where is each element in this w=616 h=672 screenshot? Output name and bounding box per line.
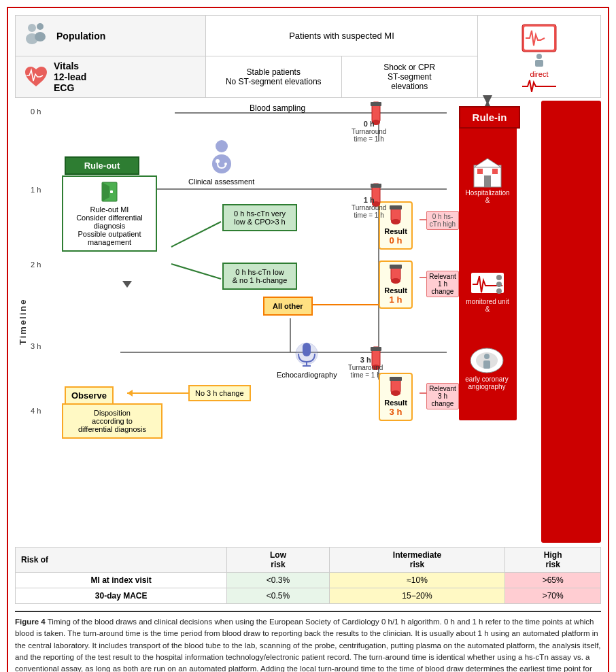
clinical-assessment: Clinical assessment bbox=[188, 138, 254, 186]
stable-patients: Stable patientsNo ST-segment elevations bbox=[206, 56, 342, 97]
heart-ecg-icon bbox=[22, 63, 50, 90]
no-3h-change-box: No 3 h change bbox=[188, 385, 251, 401]
svg-point-70 bbox=[484, 354, 490, 359]
timeline-label: Timeline bbox=[15, 101, 31, 543]
direct-label: direct bbox=[530, 70, 549, 78]
monitored-unit-box: monitored unit& bbox=[460, 271, 515, 313]
svg-rect-63 bbox=[492, 169, 498, 174]
svg-point-3 bbox=[35, 32, 46, 41]
rule-out-condition2: 0 h hs-cTn low& no 1 h-change bbox=[222, 263, 297, 290]
svg-marker-25 bbox=[127, 390, 133, 397]
observe-description: Dispositionaccording todifferential diag… bbox=[62, 403, 162, 439]
result-tube-3h-icon bbox=[388, 377, 403, 397]
svg-point-66 bbox=[496, 282, 502, 287]
door-icon bbox=[100, 181, 119, 203]
mi-int-value: ≈10% bbox=[329, 573, 505, 588]
rule-in-box: Rule-in bbox=[459, 106, 515, 129]
turnaround-0h: 0 h Turnaround time = 1 h bbox=[352, 120, 386, 143]
relevant-3h-label: Relevant 3 h change bbox=[426, 383, 459, 409]
hospitalization-label: Hospitalization& bbox=[460, 189, 515, 204]
svg-rect-37 bbox=[110, 190, 113, 193]
high-risk-header: Highrisk bbox=[505, 548, 601, 573]
svg-point-0 bbox=[28, 24, 36, 32]
mace-int-value: 15−20% bbox=[329, 588, 505, 604]
svg-point-34 bbox=[216, 159, 220, 163]
svg-rect-62 bbox=[477, 169, 483, 174]
svg-rect-40 bbox=[390, 205, 402, 209]
mace-high-value: >70% bbox=[505, 588, 601, 604]
monitored-unit-label: monitored unit& bbox=[460, 298, 515, 313]
time-3h: 3 h bbox=[31, 342, 41, 350]
echocardiography-label: Echocardiography bbox=[277, 371, 337, 379]
shock-cpr: Shock or CPRST-segmentelevations bbox=[342, 56, 478, 97]
svg-point-47 bbox=[391, 278, 400, 284]
time-2h: 2 h bbox=[31, 261, 41, 269]
svg-marker-58 bbox=[483, 95, 492, 105]
svg-point-2 bbox=[37, 23, 44, 30]
mace-low-value: <0.5% bbox=[227, 588, 329, 604]
svg-rect-49 bbox=[303, 343, 311, 356]
header-grid: Population Vitals 12-lead ECG Patients w… bbox=[15, 15, 601, 98]
result-box-3h: Result 3 h bbox=[379, 373, 413, 421]
population-label: Population bbox=[56, 31, 105, 41]
early-coronary-box: early coronaryangiography bbox=[459, 346, 515, 390]
svg-marker-15 bbox=[122, 281, 132, 288]
people-icon bbox=[22, 21, 52, 51]
risk-table: Risk of Lowrisk Intermediaterisk Highris… bbox=[15, 547, 601, 604]
svg-rect-71 bbox=[483, 360, 490, 369]
result-tube-1h-icon bbox=[388, 265, 403, 285]
svg-point-67 bbox=[496, 288, 502, 294]
svg-point-33 bbox=[212, 154, 231, 173]
vitals-label: Vitals 12-lead ECG bbox=[54, 61, 86, 93]
svg-point-65 bbox=[496, 275, 502, 280]
echocardiography-icon bbox=[292, 339, 322, 369]
svg-rect-43 bbox=[371, 184, 381, 188]
caption-text: Timing of the blood draws and clinical d… bbox=[15, 618, 601, 672]
header-center: Patients with suspected MI Stable patien… bbox=[206, 16, 478, 97]
result-box-1h: Result 1 h bbox=[379, 261, 413, 309]
time-0h: 0 h bbox=[31, 107, 41, 116]
table-row: MI at index visit <0.3% ≈10% >65% bbox=[16, 573, 601, 588]
svg-line-28 bbox=[171, 264, 221, 279]
all-other-box: All other bbox=[263, 297, 313, 316]
rule-in-column bbox=[541, 101, 601, 543]
header-left: Population Vitals 12-lead ECG bbox=[16, 16, 206, 97]
rule-out-condition1: 0 h hs-cTn verylow & CPO>3 h bbox=[222, 204, 297, 231]
turnaround-3h: 3 h Turnaround time = 1 h bbox=[348, 356, 383, 379]
doctor-icon bbox=[207, 138, 237, 175]
clinical-assessment-label: Clinical assessment bbox=[188, 178, 254, 186]
svg-point-6 bbox=[536, 54, 542, 59]
svg-line-27 bbox=[171, 222, 221, 247]
svg-rect-7 bbox=[535, 60, 543, 67]
observe-box: Observe bbox=[65, 386, 114, 405]
svg-rect-61 bbox=[484, 175, 491, 187]
monitor-patient-icon bbox=[519, 21, 560, 69]
early-coronary-label: early coronaryangiography bbox=[459, 375, 515, 390]
figure-caption: Figure 4 Timing of the blood draws and c… bbox=[15, 611, 601, 672]
header-right: direct bbox=[478, 16, 600, 97]
angio-icon bbox=[468, 346, 505, 375]
header-bottom: Stable patientsNo ST-segment elevations … bbox=[206, 56, 477, 97]
arrow-to-rule-in bbox=[481, 95, 494, 107]
time-4h: 4 h bbox=[31, 407, 41, 415]
intermediate-risk-header: Intermediaterisk bbox=[329, 548, 505, 573]
svg-rect-46 bbox=[390, 265, 402, 269]
time-1h: 1 h bbox=[31, 186, 41, 194]
svg-rect-53 bbox=[371, 347, 381, 351]
turnaround-1h: 1 h Turnaround time = 1 h bbox=[352, 196, 386, 219]
blood-sampling-label: Blood sampling bbox=[250, 103, 305, 113]
population-row: Population bbox=[16, 16, 206, 56]
mace-label: 30-day MACE bbox=[16, 588, 227, 604]
time-markers: 0 h 1 h 2 h 3 h 4 h bbox=[31, 101, 52, 543]
relevant-1h-label: Relevant 1 h change bbox=[426, 271, 459, 297]
hospital-icon bbox=[470, 155, 504, 189]
patients-desc: Patients with suspected MI bbox=[206, 16, 477, 56]
flowchart-main: Blood sampling 0 h Turnaround time = 1 h bbox=[52, 101, 541, 543]
risk-table-container: Risk of Lowrisk Intermediaterisk Highris… bbox=[15, 547, 601, 604]
risk-col-header: Risk of bbox=[16, 548, 227, 573]
hs-ctn-high-label: 0 h hs-cTn high bbox=[426, 211, 459, 230]
rule-out-box: Rule-out bbox=[65, 156, 139, 175]
low-risk-header: Lowrisk bbox=[227, 548, 329, 573]
mi-low-value: <0.3% bbox=[227, 573, 329, 588]
rule-out-description: Rule-out MIConsider differentialdiagnosi… bbox=[62, 175, 157, 252]
